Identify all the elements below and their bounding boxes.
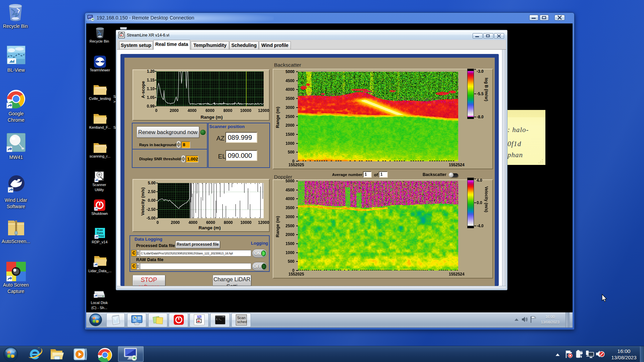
svg-text:Scan: Scan [237,316,246,320]
svg-text:Proc: Proc [98,234,104,238]
svg-text:C:\_: C:\_ [216,318,222,321]
svg-text:sched: sched [237,320,247,324]
